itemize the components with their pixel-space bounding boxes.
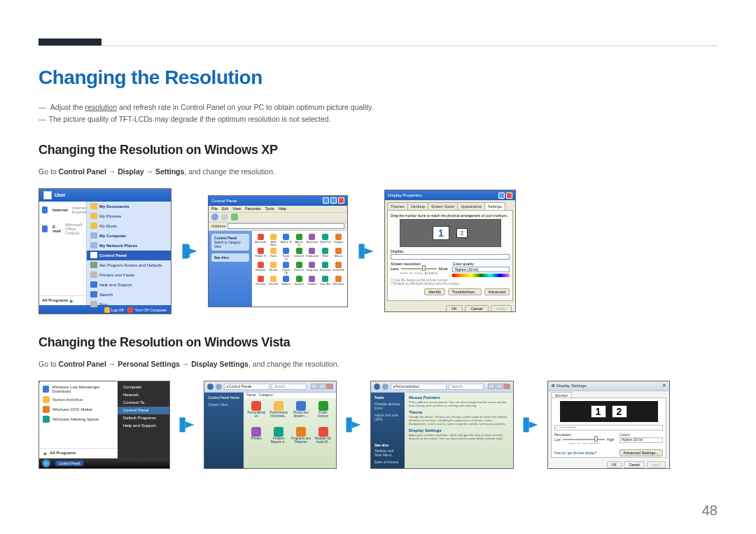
- cp-item[interactable]: Programs and Features: [291, 427, 312, 451]
- ease-of-access-link[interactable]: Ease of Access: [374, 460, 401, 464]
- forward-icon[interactable]: [216, 384, 222, 390]
- xp-all-programs[interactable]: All Programs ▶: [39, 295, 86, 305]
- xp-help[interactable]: Help and Support: [87, 280, 171, 290]
- close-icon[interactable]: [326, 384, 333, 389]
- close-icon[interactable]: [503, 384, 510, 389]
- back-icon[interactable]: [211, 213, 218, 220]
- maximize-icon[interactable]: [330, 197, 337, 204]
- vs-cp-home-link[interactable]: Control Panel Home: [208, 395, 240, 400]
- monitor-1-icon[interactable]: 1: [433, 226, 449, 240]
- xp-my-computer[interactable]: My Computer: [87, 231, 171, 241]
- cp-item[interactable]: Add Hard: [267, 234, 279, 246]
- advanced-settings-button[interactable]: Advanced Settings...: [620, 449, 663, 456]
- cp-item[interactable]: Admin To: [293, 234, 304, 246]
- ok-button[interactable]: OK: [607, 461, 622, 468]
- cp-item[interactable]: Regional: [306, 262, 318, 274]
- vs-connect[interactable]: Connect To: [118, 399, 169, 407]
- cp-item[interactable]: Scanners: [319, 262, 331, 274]
- minimize-icon[interactable]: [311, 384, 318, 389]
- vs-default-programs[interactable]: Default Programs: [118, 414, 169, 422]
- xp-my-documents[interactable]: My Documents: [87, 202, 171, 211]
- vs-item-norton[interactable]: Norton AntiVirus: [39, 395, 118, 405]
- monitor-arrangement[interactable]: 1 2: [400, 219, 501, 247]
- xp-program-access[interactable]: Set Program Access and Defaults: [87, 260, 171, 270]
- menu-file[interactable]: File: [211, 206, 218, 211]
- xp-start-internet[interactable]: InternetInternet Explorer: [39, 202, 86, 218]
- apply-button[interactable]: Apply: [491, 305, 512, 312]
- tab-themes[interactable]: Themes: [387, 202, 408, 210]
- xp-my-pictures[interactable]: My Pictures: [87, 211, 171, 221]
- xp-start-email[interactable]: E-mailMicrosoft Office Outlook: [39, 218, 86, 239]
- vs-help[interactable]: Help and Support: [118, 422, 169, 430]
- monitor-2-icon[interactable]: 2: [612, 405, 627, 418]
- menu-favorites[interactable]: Favorites: [245, 206, 261, 211]
- close-icon[interactable]: ✕: [662, 383, 666, 388]
- cp-item[interactable]: Internet: [293, 248, 304, 260]
- cp-item[interactable]: Game Ctr: [281, 248, 292, 260]
- monitor-arrangement[interactable]: 1 2: [560, 401, 658, 422]
- troubleshoot-button[interactable]: Troubleshoot...: [448, 288, 482, 295]
- forward-icon[interactable]: [221, 213, 228, 220]
- cp-item[interactable]: Schedule: [332, 262, 344, 274]
- cp-item[interactable]: Security: [255, 276, 266, 288]
- xp-search[interactable]: Search: [87, 290, 171, 300]
- apply-button[interactable]: Apply: [647, 461, 666, 468]
- tab-desktop[interactable]: Desktop: [407, 202, 428, 210]
- xp-cp-address-field[interactable]: [227, 223, 344, 229]
- change-desktop-icons-link[interactable]: Change desktop icons: [374, 402, 401, 410]
- xp-control-panel-item[interactable]: Control Panel: [87, 251, 171, 260]
- vs-item-wlm[interactable]: Windows Live Messenger Download: [39, 384, 118, 395]
- display-select[interactable]: [391, 254, 510, 260]
- up-icon[interactable]: [231, 213, 238, 220]
- monitor-select[interactable]: ▪ ▪▪▪▪▪▪▪▪▪▪: [554, 425, 663, 430]
- monitor-1-icon[interactable]: 1: [591, 405, 606, 418]
- ok-button[interactable]: OK: [446, 305, 463, 312]
- vs-computer[interactable]: Computer: [118, 384, 169, 391]
- vs-item-meeting[interactable]: Windows Meeting Space: [39, 414, 118, 424]
- mouse-pointers-link[interactable]: Mouse Pointers: [409, 395, 509, 400]
- display-settings-link[interactable]: Display Settings: [409, 428, 509, 433]
- cp-item[interactable]: Problem Reports a...: [269, 427, 289, 451]
- cp-item[interactable]: Accessib: [255, 234, 266, 246]
- cp-item[interactable]: Mouse: [332, 248, 344, 260]
- cp-item[interactable]: Keyboard: [306, 248, 318, 260]
- minimize-icon[interactable]: [488, 384, 495, 389]
- xp-my-network[interactable]: My Network Places: [87, 241, 171, 251]
- cancel-button[interactable]: Cancel: [624, 461, 645, 468]
- cp-item[interactable]: Windows: [332, 276, 344, 288]
- menu-tools[interactable]: Tools: [265, 206, 274, 211]
- color-quality-select[interactable]: Highest (32 bit): [452, 267, 510, 272]
- menu-edit[interactable]: Edit: [222, 206, 228, 211]
- maximize-icon[interactable]: [496, 384, 503, 389]
- tab-settings[interactable]: Settings: [484, 202, 505, 210]
- cp-item[interactable]: Speech: [281, 276, 292, 288]
- cancel-button[interactable]: Cancel: [465, 305, 488, 312]
- cp-item[interactable]: Automati: [306, 234, 318, 246]
- colors-select[interactable]: Highest (32 bit): [620, 437, 663, 443]
- vs-item-dvd[interactable]: Windows DVD Maker: [39, 405, 118, 414]
- cp-item[interactable]: Printers: [293, 262, 304, 274]
- vs-cp-classic-link[interactable]: Classic View: [208, 402, 240, 407]
- advanced-button[interactable]: Advanced: [484, 288, 510, 295]
- minimize-icon[interactable]: [323, 197, 329, 204]
- maximize-icon[interactable]: [318, 384, 326, 389]
- cp-item[interactable]: Folder O: [255, 248, 266, 260]
- help-link[interactable]: How do I get the best display?: [554, 451, 596, 455]
- cp-item[interactable]: Power Options: [313, 401, 333, 425]
- theme-link[interactable]: Theme: [409, 410, 509, 414]
- back-icon[interactable]: [207, 384, 214, 390]
- xp-shutdown-button[interactable]: Turn Off Computer: [127, 307, 167, 313]
- adjust-font-size-link[interactable]: Adjust font size (DPI): [374, 413, 401, 421]
- vs-all-programs[interactable]: ▶ All Programs: [39, 448, 118, 458]
- cp-item[interactable]: Mail: [319, 248, 331, 260]
- vs-pz-search[interactable]: Search: [449, 384, 484, 390]
- xp-printers[interactable]: Printers and Faxes: [87, 270, 171, 280]
- identify-button[interactable]: Identify: [424, 288, 445, 295]
- vs-control-panel-item[interactable]: Control Panel: [118, 407, 169, 414]
- vs-network[interactable]: Network: [118, 391, 169, 399]
- cp-item[interactable]: Add or R: [281, 234, 292, 246]
- cp-item[interactable]: Phone: [267, 262, 279, 274]
- cp-item[interactable]: Display: [332, 234, 344, 246]
- cp-item[interactable]: Personalizati on: [246, 401, 267, 425]
- cp-item[interactable]: Taskbar: [306, 276, 318, 288]
